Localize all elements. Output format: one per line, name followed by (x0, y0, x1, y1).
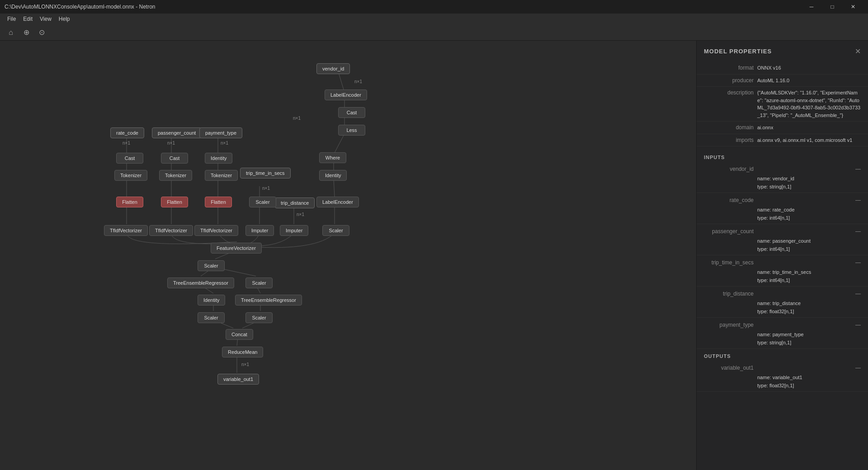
node-label-encoder-2[interactable]: LabelEncoder (316, 197, 359, 207)
input-passenger-count-label: passenger_count (704, 228, 754, 235)
node-where-1[interactable]: Where (319, 152, 346, 163)
node-trip-time-in-secs[interactable]: trip_time_in_secs (240, 168, 291, 179)
node-reduce-mean[interactable]: ReduceMean (222, 347, 263, 357)
node-cast-1[interactable]: Cast (338, 107, 365, 118)
node-scaler-5[interactable]: Scaler (198, 312, 225, 323)
input-payment-type: payment_type — name: payment_type type: … (697, 318, 868, 349)
node-cast-3[interactable]: Cast (161, 153, 188, 164)
node-tree-ensemble-1[interactable]: TreeEnsembleRegressor (167, 277, 234, 288)
node-scaler-1[interactable]: Scaler (249, 197, 276, 207)
node-payment-type[interactable]: payment_type (199, 127, 242, 138)
input-trip-distance-name-val: name: trip_distance (757, 301, 861, 306)
node-less-1[interactable]: Less (338, 125, 365, 136)
input-vendor-id-header[interactable]: vendor_id — (697, 164, 868, 174)
node-tfidf-1[interactable]: TfIdfVectorizer (104, 225, 148, 236)
node-label-encoder-1[interactable]: LabelEncoder (325, 89, 367, 100)
node-scaler-4[interactable]: Scaler (245, 277, 273, 288)
output-variable-out1-expand: — (855, 365, 861, 371)
edge-label-nx1-8: n×1 (241, 362, 249, 367)
node-tree-ensemble-2[interactable]: TreeEnsembleRegressor (235, 295, 302, 306)
close-button[interactable]: ✕ (843, 0, 863, 14)
node-tfidf-2[interactable]: TfIdfVectorizer (149, 225, 193, 236)
node-scaler-3[interactable]: Scaler (198, 260, 225, 271)
node-flatten-2[interactable]: Flatten (161, 197, 188, 207)
input-rate-code-type-val: type: int64[n,1] (757, 215, 861, 221)
input-rate-code-label: rate_code (704, 197, 754, 203)
input-passenger-count: passenger_count — name: passenger_count … (697, 224, 868, 255)
panel-close-button[interactable]: ✕ (855, 47, 861, 56)
input-trip-distance-header[interactable]: trip_distance — (697, 288, 868, 299)
menu-edit[interactable]: Edit (19, 15, 36, 23)
node-cast-2[interactable]: Cast (116, 153, 143, 164)
input-vendor-id-expand: — (855, 166, 861, 172)
node-flatten-3[interactable]: Flatten (205, 197, 232, 207)
input-passenger-count-header[interactable]: passenger_count — (697, 226, 868, 237)
node-scaler-2[interactable]: Scaler (322, 225, 349, 236)
panel-header: MODEL PROPERTIES ✕ (697, 41, 868, 60)
input-rate-code-type-row: type: int64[n,1] (697, 214, 868, 222)
home-button[interactable]: ⌂ (5, 26, 17, 39)
prop-imports-label: imports (704, 136, 754, 143)
input-trip-time-header[interactable]: trip_time_in_secs — (697, 257, 868, 268)
output-variable-out1-type-val: type: float32[n,1] (757, 383, 861, 388)
input-rate-code-name-row: name: rate_code (697, 206, 868, 214)
node-identity-1[interactable]: Identity (319, 170, 347, 181)
edge-label-nx1-2: n×1 (293, 116, 301, 121)
input-payment-type-expand: — (855, 322, 861, 328)
panel-title: MODEL PROPERTIES (704, 48, 772, 55)
prop-domain: domain ai.onnx (697, 122, 868, 134)
node-tokenizer-2[interactable]: Tokenizer (159, 170, 192, 181)
node-variable-out1[interactable]: variable_out1 (217, 374, 259, 385)
prop-format-value: ONNX v16 (757, 64, 861, 72)
menu-help[interactable]: Help (55, 15, 74, 23)
input-vendor-id-label: vendor_id (704, 166, 754, 172)
node-passenger-count[interactable]: passenger_count (152, 127, 202, 138)
prop-domain-label: domain (704, 124, 754, 131)
zoom-fit-button[interactable]: ⊕ (20, 26, 33, 39)
search-button[interactable]: ⊙ (35, 26, 48, 39)
input-trip-time-name-val: name: trip_time_in_secs (757, 269, 861, 275)
edge-label-nx1-6: n×1 (262, 186, 270, 191)
input-rate-code-header[interactable]: rate_code — (697, 195, 868, 206)
node-feature-vectorizer[interactable]: FeatureVectorizer (211, 243, 262, 254)
node-identity-2[interactable]: Identity (205, 153, 232, 164)
node-concat[interactable]: Concat (226, 329, 253, 340)
prop-imports: imports ai.onnx v9, ai.onnx.ml v1, com.m… (697, 134, 868, 147)
properties-panel: MODEL PROPERTIES ✕ format ONNX v16 produ… (696, 41, 868, 470)
node-trip-distance[interactable]: trip_distance (275, 197, 315, 208)
model-properties-section: format ONNX v16 producer AutoML 1.16.0 d… (697, 60, 868, 150)
prop-description-value: {"AutoMLSDKVer": "1.16.0", "ExperimentNa… (757, 89, 861, 119)
node-vendor-id[interactable]: vendor_id (316, 63, 350, 74)
node-tfidf-3[interactable]: TfIdfVectorizer (194, 225, 238, 236)
input-payment-type-header[interactable]: payment_type — (697, 320, 868, 330)
edge-label-nx1-7: n×1 (297, 212, 304, 217)
input-trip-time-type-val: type: int64[n,1] (757, 277, 861, 283)
node-tokenizer-1[interactable]: Tokenizer (114, 170, 147, 181)
input-trip-distance-expand: — (855, 291, 861, 297)
graph-edges: n×1 n×1 n×1 n×1 n×1 n×1 n×1 n×1 (0, 41, 696, 470)
minimize-button[interactable]: ─ (801, 0, 822, 14)
input-vendor-id-type-row: type: string[n,1] (697, 183, 868, 191)
maximize-button[interactable]: □ (822, 0, 843, 14)
prop-imports-value: ai.onnx v9, ai.onnx.ml v1, com.microsoft… (757, 136, 861, 144)
input-rate-code-name-val: name: rate_code (757, 207, 861, 212)
node-tokenizer-3[interactable]: Tokenizer (205, 170, 238, 181)
output-variable-out1-header[interactable]: variable_out1 — (697, 362, 868, 373)
edge-label-nx1-3: n×1 (123, 141, 130, 146)
input-vendor-id: vendor_id — name: vendor_id type: string… (697, 162, 868, 193)
outputs-section-title: OUTPUTS (697, 349, 868, 361)
node-identity-3[interactable]: Identity (198, 295, 225, 306)
input-trip-distance-type-val: type: float32[n,1] (757, 309, 861, 314)
node-imputer-1[interactable]: Imputer (245, 225, 274, 236)
node-scaler-6[interactable]: Scaler (245, 312, 273, 323)
node-flatten-1[interactable]: Flatten (116, 197, 143, 207)
node-imputer-2[interactable]: Imputer (280, 225, 308, 236)
graph-canvas[interactable]: n×1 n×1 n×1 n×1 n×1 n×1 n×1 n×1 vendor_i… (0, 41, 696, 470)
input-payment-type-name-val: name: payment_type (757, 332, 861, 337)
menu-file[interactable]: File (4, 15, 19, 23)
menu-view[interactable]: View (36, 15, 55, 23)
node-rate-code[interactable]: rate_code (110, 127, 144, 138)
input-trip-distance-label: trip_distance (704, 291, 754, 297)
input-trip-distance: trip_distance — name: trip_distance type… (697, 287, 868, 318)
output-variable-out1-name-val: name: variable_out1 (757, 375, 861, 380)
